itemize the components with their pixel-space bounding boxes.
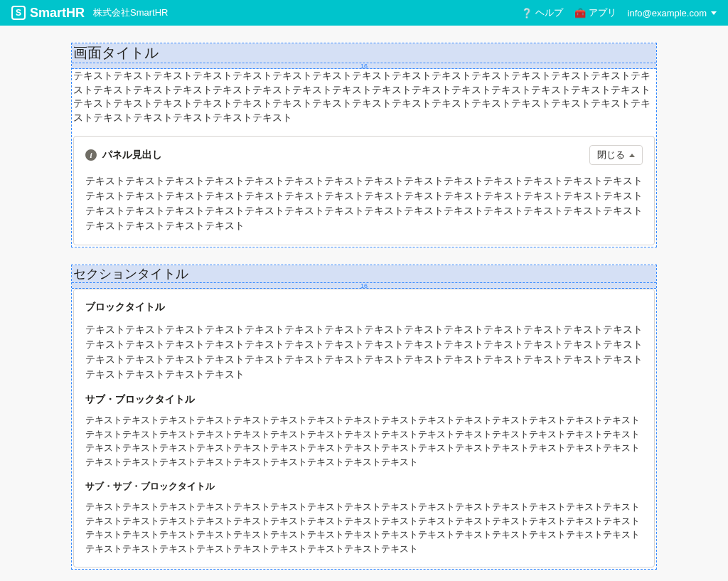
panel-header: i パネル見出し 閉じる (74, 137, 654, 174)
company-name: 株式会社SmartHR (93, 6, 168, 19)
header-left: S SmartHR 株式会社SmartHR (11, 6, 168, 21)
block: ブロックタイトル テキストテキストテキストテキストテキストテキストテキストテキス… (73, 289, 655, 567)
sub-block-title: サブ・ブロックタイトル (85, 393, 643, 406)
sub-block-text: テキストテキストテキストテキストテキストテキストテキストテキストテキストテキスト… (85, 413, 643, 469)
panel-title-group: i パネル見出し (85, 149, 162, 161)
app-header: S SmartHR 株式会社SmartHR ❔ ヘルプ 🧰 アプリ info@e… (0, 0, 728, 26)
user-menu[interactable]: info@example.com (628, 8, 717, 18)
help-icon: ❔ (521, 8, 532, 18)
help-label: ヘルプ (535, 6, 563, 19)
section-title: セクションタイトル (72, 265, 656, 283)
close-label: 閉じる (597, 149, 625, 161)
panel: i パネル見出し 閉じる テキストテキストテキストテキストテキストテキストテキス… (73, 136, 655, 245)
section: セクションタイトル 16 ブロックタイトル テキストテキストテキストテキストテキ… (71, 265, 657, 570)
page-description: テキストテキストテキストテキストテキストテキストテキストテキストテキストテキスト… (73, 69, 655, 124)
page-section: 画面タイトル 16 テキストテキストテキストテキストテキストテキストテキストテキ… (71, 43, 657, 247)
info-icon: i (85, 149, 97, 161)
page-title: 画面タイトル (72, 43, 656, 63)
user-email: info@example.com (628, 8, 707, 18)
header-right: ❔ ヘルプ 🧰 アプリ info@example.com (521, 6, 717, 19)
panel-title: パネル見出し (102, 149, 162, 161)
spacer-indicator: 16 (72, 283, 656, 289)
app-link[interactable]: 🧰 アプリ (574, 6, 616, 19)
block-text: テキストテキストテキストテキストテキストテキストテキストテキストテキストテキスト… (85, 322, 643, 382)
app-label: アプリ (589, 6, 616, 19)
panel-body: テキストテキストテキストテキストテキストテキストテキストテキストテキストテキスト… (74, 174, 654, 245)
main-container: 画面タイトル 16 テキストテキストテキストテキストテキストテキストテキストテキ… (0, 26, 728, 581)
logo[interactable]: S SmartHR (11, 6, 85, 21)
block-title: ブロックタイトル (85, 301, 643, 314)
sub-sub-block-title: サブ・サブ・ブロックタイトル (85, 480, 643, 493)
chevron-down-icon (711, 11, 717, 15)
close-button[interactable]: 閉じる (589, 145, 643, 165)
logo-text: SmartHR (30, 6, 85, 21)
logo-icon: S (11, 6, 26, 20)
spacer-indicator: 16 (72, 63, 656, 69)
app-icon: 🧰 (574, 8, 586, 18)
help-link[interactable]: ❔ ヘルプ (521, 6, 563, 19)
chevron-up-icon (629, 154, 635, 157)
sub-sub-block-text: テキストテキストテキストテキストテキストテキストテキストテキストテキストテキスト… (85, 500, 643, 555)
